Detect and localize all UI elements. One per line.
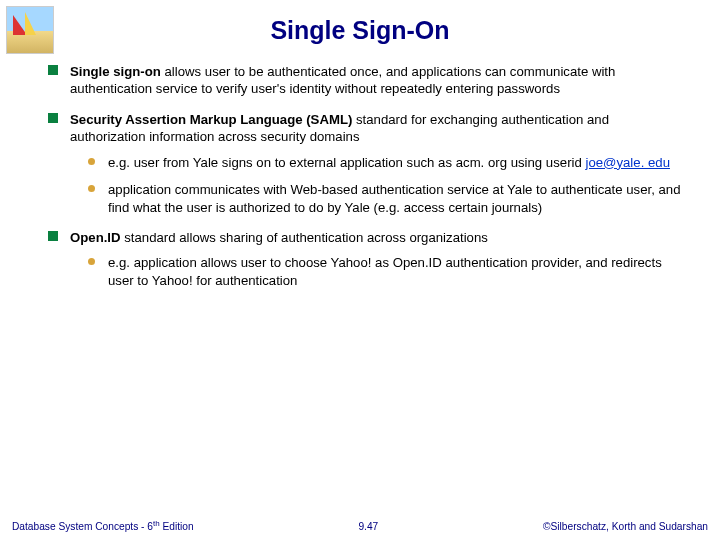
text: standard allows sharing of authenticatio… (121, 230, 488, 245)
bullet-saml: Security Assertion Markup Language (SAML… (48, 111, 686, 216)
sub-bullet-yale-example: e.g. user from Yale signs on to external… (88, 154, 686, 171)
slide-footer: Database System Concepts - 6th Edition 9… (0, 519, 720, 532)
sub-bullet-communicates: application communicates with Web-based … (88, 181, 686, 216)
slide-body: Single sign-on allows user to be authent… (0, 63, 720, 289)
term-openid: Open.ID (70, 230, 121, 245)
term-saml: Security Assertion Markup Language (SAML… (70, 112, 352, 127)
bullet-openid: Open.ID standard allows sharing of authe… (48, 229, 686, 289)
term-sso: Single sign-on (70, 64, 161, 79)
slide-title: Single Sign-On (0, 0, 720, 63)
sub-bullet-yahoo-example: e.g. application allows user to choose Y… (88, 254, 686, 289)
bullet-sso: Single sign-on allows user to be authent… (48, 63, 686, 98)
footer-left: Database System Concepts - 6th Edition (12, 519, 194, 532)
email-link[interactable]: joe@yale. edu (585, 155, 670, 170)
footer-copyright: ©Silberschatz, Korth and Sudarshan (543, 521, 708, 532)
sailboat-logo-icon (6, 6, 54, 54)
footer-page-number: 9.47 (358, 521, 378, 532)
text: e.g. user from Yale signs on to external… (108, 155, 585, 170)
